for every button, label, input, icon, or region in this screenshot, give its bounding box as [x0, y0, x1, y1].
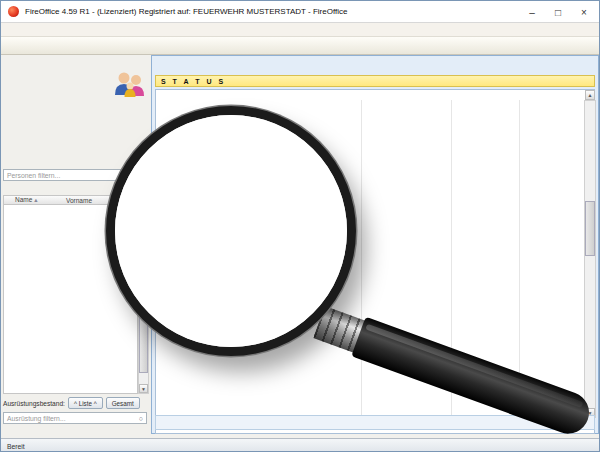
equipment-liste-button[interactable]: ^ Liste ^ [68, 397, 103, 409]
magnifier-lens [106, 106, 356, 356]
maximize-button[interactable]: □ [545, 1, 571, 23]
search-icon: ○ [139, 415, 143, 422]
sort-ascending-icon: ▴ [34, 196, 37, 203]
persons-group-icon [111, 69, 147, 103]
tab-strip [152, 58, 598, 74]
close-button[interactable]: × [571, 1, 597, 23]
menu-bar [1, 23, 600, 37]
window-title: FireOffice 4.59 R1 - (Lizenziert) Regist… [25, 7, 347, 16]
status-bar: Bereit [1, 438, 600, 452]
equipment-label: Ausrüstungsbestand: [3, 400, 65, 407]
status-text: Bereit [1, 443, 600, 450]
app-window: FireOffice 4.59 R1 - (Lizenziert) Regist… [0, 0, 600, 452]
table-scrollbar[interactable]: ▼ [584, 100, 596, 418]
section-title: S T A T U S [155, 75, 595, 87]
vorname-column-header[interactable]: Vorname [66, 197, 92, 204]
equipment-gesamt-button[interactable]: Gesamt [106, 397, 140, 409]
minimize-button[interactable]: – [519, 1, 545, 23]
name-column-header[interactable]: Name ▴ [4, 196, 66, 204]
equipment-filter-input[interactable]: Ausrüstung filtern... ○ [3, 412, 147, 424]
table-scroll-up-button[interactable]: ▲ [585, 90, 595, 100]
toolbar [1, 37, 600, 55]
app-logo-icon [8, 6, 19, 17]
title-bar: FireOffice 4.59 R1 - (Lizenziert) Regist… [1, 1, 600, 23]
